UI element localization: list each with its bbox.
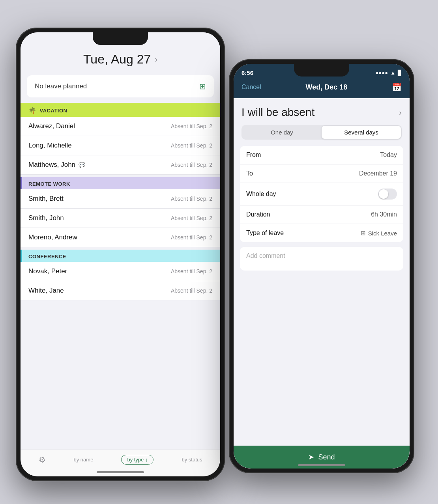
table-row[interactable]: Moreno, Andrew Absent till Sep, 2: [21, 228, 220, 247]
remote-label: REMOTE WORK: [28, 181, 70, 187]
tab-by-type[interactable]: by type ↓: [121, 455, 153, 465]
table-row[interactable]: Alwarez, Daniel Absent till Sep, 2: [21, 117, 220, 136]
whole-day-row[interactable]: Whole day: [240, 183, 403, 205]
duration-label: Duration: [246, 211, 270, 218]
conference-label: CONFERENCE: [28, 254, 66, 259]
person-name: Alwarez, Daniel: [28, 122, 75, 130]
no-leave-bar[interactable]: No leave planned ⊞: [27, 75, 214, 97]
plus-icon: ⊞: [361, 230, 366, 237]
wifi-icon: ▲: [390, 70, 395, 76]
comment-placeholder: Add comment: [246, 252, 285, 259]
several-days-button[interactable]: Several days: [322, 126, 401, 139]
vacation-label: VACATION: [40, 108, 67, 114]
nav-title: Wed, Dec 18: [306, 83, 348, 91]
person-name: Matthews, John 💬: [28, 161, 85, 169]
status-icons: ●●●● ▲ ▉: [376, 70, 402, 76]
person-status: Absent till Sep, 2: [171, 162, 212, 168]
home-indicator-1: [97, 471, 144, 473]
to-value: December 19: [359, 170, 397, 177]
person-name: Smith, John: [28, 214, 64, 222]
notch-2: [294, 64, 349, 77]
vacation-icon: 🌴: [28, 107, 37, 114]
table-row[interactable]: Smith, Brett Absent till Sep, 2: [21, 189, 220, 209]
tab-by-status[interactable]: by status: [182, 457, 202, 463]
send-icon: ➤: [308, 453, 314, 461]
day-toggle[interactable]: One day Several days: [241, 125, 402, 140]
notch-1: [93, 32, 148, 45]
cancel-button[interactable]: Cancel: [241, 84, 261, 91]
absent-title: I will be absent: [241, 106, 314, 119]
settings-tab[interactable]: ⚙: [39, 455, 46, 465]
type-row[interactable]: Type of leave ⊞ Sick Leave: [240, 224, 403, 242]
table-row[interactable]: Novak, Peter Absent till Sep, 2: [21, 262, 220, 281]
type-label: Type of leave: [246, 230, 284, 237]
whole-day-label: Whole day: [246, 190, 276, 198]
signal-icon: ●●●●: [376, 70, 388, 76]
person-status: Absent till Sep, 2: [171, 268, 212, 274]
phone-1-screen: Tue, Aug 27 › No leave planned ⊞ 🌴 VACAT…: [21, 32, 220, 476]
person-name: Long, Michelle: [28, 142, 72, 149]
date-title: Tue, Aug 27: [83, 52, 151, 67]
home-indicator-2: [298, 464, 345, 466]
calendar-icon[interactable]: 📅: [392, 82, 402, 92]
battery-icon: ▉: [398, 70, 402, 76]
leave-list: 🌴 VACATION Alwarez, Daniel Absent till S…: [21, 101, 220, 300]
conference-section-header: CONFERENCE: [21, 250, 220, 262]
absent-arrow[interactable]: ›: [399, 108, 402, 117]
type-name: Sick Leave: [368, 230, 397, 237]
phone-2: 6:56 ●●●● ▲ ▉ Cancel Wed, Dec 18 📅 I wil…: [229, 59, 414, 473]
person-status: Absent till Sep, 2: [171, 215, 212, 221]
by-status-label: by status: [182, 457, 202, 463]
duration-row[interactable]: Duration 6h 30min: [240, 205, 403, 224]
person-name: White, Jane: [28, 287, 64, 295]
person-status: Absent till Sep, 2: [171, 196, 212, 202]
table-row[interactable]: Long, Michelle Absent till Sep, 2: [21, 136, 220, 155]
table-row[interactable]: Smith, John Absent till Sep, 2: [21, 209, 220, 228]
no-leave-text: No leave planned: [35, 82, 87, 90]
from-value: Today: [380, 151, 397, 159]
person-status: Absent till Sep, 2: [171, 287, 212, 294]
from-label: From: [246, 151, 261, 159]
remote-section-header: REMOTE WORK: [21, 177, 220, 189]
whole-day-toggle[interactable]: [378, 189, 397, 200]
form-body: I will be absent › One day Several days …: [234, 98, 410, 469]
person-name: Novak, Peter: [28, 267, 67, 275]
gear-icon: ⚙: [39, 455, 46, 465]
by-type-label: by type ↓: [127, 457, 148, 463]
comment-input[interactable]: Add comment: [240, 247, 403, 271]
table-row[interactable]: White, Jane Absent till Sep, 2: [21, 281, 220, 300]
one-day-button[interactable]: One day: [242, 126, 322, 139]
comment-icon: 💬: [79, 162, 85, 168]
by-name-label: by name: [74, 457, 94, 463]
duration-value: 6h 30min: [371, 211, 397, 218]
phone-2-screen: 6:56 ●●●● ▲ ▉ Cancel Wed, Dec 18 📅 I wil…: [234, 64, 410, 469]
person-status: Absent till Sep, 2: [171, 234, 212, 241]
nav-bar: Cancel Wed, Dec 18 📅: [234, 79, 410, 98]
to-row[interactable]: To December 19: [240, 164, 403, 183]
send-label: Send: [318, 453, 335, 461]
status-time: 6:56: [241, 69, 253, 76]
person-status: Absent till Sep, 2: [171, 123, 212, 129]
person-name: Moreno, Andrew: [28, 233, 77, 241]
form-section: From Today To December 19 Whole day Dura…: [240, 146, 403, 242]
vacation-section-header: 🌴 VACATION: [21, 103, 220, 117]
table-row[interactable]: Matthews, John 💬 Absent till Sep, 2: [21, 155, 220, 175]
edit-icon[interactable]: ⊞: [199, 82, 206, 91]
absent-title-row: I will be absent ›: [234, 98, 410, 125]
phone-1: Tue, Aug 27 › No leave planned ⊞ 🌴 VACAT…: [16, 28, 225, 481]
from-row[interactable]: From Today: [240, 146, 403, 164]
person-name: Smith, Brett: [28, 195, 64, 203]
type-value[interactable]: ⊞ Sick Leave: [361, 230, 397, 237]
tab-by-name[interactable]: by name: [74, 457, 94, 463]
person-status: Absent till Sep, 2: [171, 142, 212, 149]
date-arrow[interactable]: ›: [155, 55, 157, 64]
to-label: To: [246, 170, 253, 177]
